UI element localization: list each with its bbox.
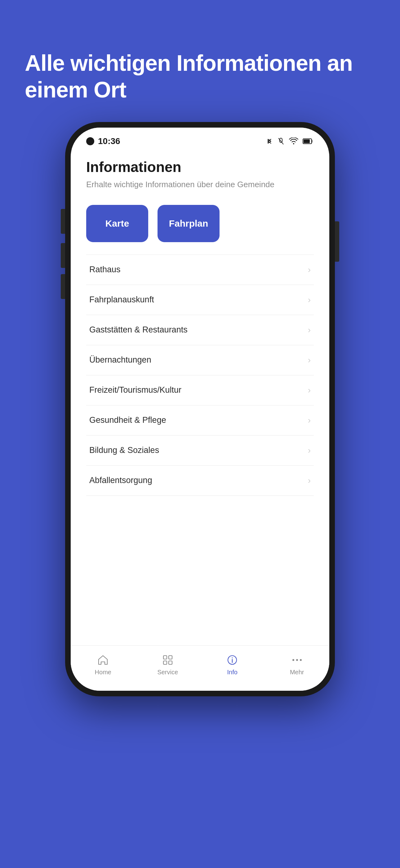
status-time: 10:36 xyxy=(86,136,120,146)
nav-item-mehr[interactable]: Mehr xyxy=(265,651,330,678)
status-icons xyxy=(266,137,314,146)
menu-item-bildung[interactable]: Bildung & Soziales › xyxy=(86,436,314,466)
page-title: Informationen xyxy=(86,159,314,176)
svg-point-10 xyxy=(292,659,294,661)
svg-rect-3 xyxy=(163,656,167,659)
hero-section: Alle wichtigen Informationen an einem Or… xyxy=(0,0,400,122)
chevron-icon: › xyxy=(308,355,311,365)
menu-item-abfallentsorgung[interactable]: Abfallentsorgung › xyxy=(86,466,314,496)
fahrplan-button[interactable]: Fahrplan xyxy=(158,205,220,242)
svg-line-0 xyxy=(278,138,284,144)
page-subtitle: Erhalte wichtige Informationen über dein… xyxy=(86,180,314,189)
volume-button-1 xyxy=(61,243,65,268)
svg-rect-5 xyxy=(163,661,167,664)
nav-item-service[interactable]: Service xyxy=(135,651,200,678)
menu-item-uebernachtungen[interactable]: Übernachtungen › xyxy=(86,345,314,375)
phone-device: 10:36 xyxy=(65,122,335,696)
bluetooth-icon xyxy=(266,137,273,146)
svg-rect-6 xyxy=(169,661,172,664)
chevron-icon: › xyxy=(308,385,311,395)
menu-item-fahrplanauskunft[interactable]: Fahrplanauskunft › xyxy=(86,285,314,315)
nav-item-home[interactable]: Home xyxy=(71,651,135,678)
svg-point-12 xyxy=(300,659,302,661)
menu-item-freizeit[interactable]: Freizeit/Tourismus/Kultur › xyxy=(86,375,314,405)
chevron-icon: › xyxy=(308,295,311,305)
chevron-icon: › xyxy=(308,265,311,275)
wifi-icon xyxy=(289,137,298,145)
quick-actions: Karte Fahrplan xyxy=(86,205,314,242)
menu-item-gesundheit[interactable]: Gesundheit & Pflege › xyxy=(86,405,314,436)
volume-button-2 xyxy=(61,274,65,299)
chevron-icon: › xyxy=(308,445,311,456)
nav-label-mehr: Mehr xyxy=(290,669,304,676)
info-icon xyxy=(226,654,238,666)
chevron-icon: › xyxy=(308,475,311,486)
svg-point-9 xyxy=(232,657,233,658)
nav-label-info: Info xyxy=(227,669,237,676)
chevron-icon: › xyxy=(308,415,311,425)
karte-button[interactable]: Karte xyxy=(86,205,148,242)
app-content: Informationen Erhalte wichtige Informati… xyxy=(71,149,329,645)
svg-rect-2 xyxy=(304,140,310,143)
camera-dot xyxy=(86,137,94,145)
battery-icon xyxy=(303,138,314,145)
nav-item-info[interactable]: Info xyxy=(200,651,265,678)
nav-label-service: Service xyxy=(157,669,178,676)
hero-title: Alle wichtigen Informationen an einem Or… xyxy=(25,50,375,103)
bottom-nav: Home Service xyxy=(71,645,329,691)
menu-list: Rathaus › Fahrplanauskunft › Gaststätten… xyxy=(86,254,314,645)
phone-wrapper: 10:36 xyxy=(0,122,400,868)
svg-rect-4 xyxy=(169,656,172,659)
time-display: 10:36 xyxy=(98,136,120,146)
more-icon xyxy=(291,654,303,666)
chevron-icon: › xyxy=(308,325,311,335)
mute-icon xyxy=(277,137,285,146)
home-icon xyxy=(97,654,109,666)
nav-label-home: Home xyxy=(95,669,111,676)
grid-icon xyxy=(162,654,174,666)
status-bar: 10:36 xyxy=(71,128,329,149)
menu-item-rathaus[interactable]: Rathaus › xyxy=(86,254,314,285)
menu-item-gaststätten[interactable]: Gaststätten & Restaurants › xyxy=(86,315,314,345)
phone-screen: 10:36 xyxy=(71,128,329,691)
svg-point-11 xyxy=(296,659,298,661)
